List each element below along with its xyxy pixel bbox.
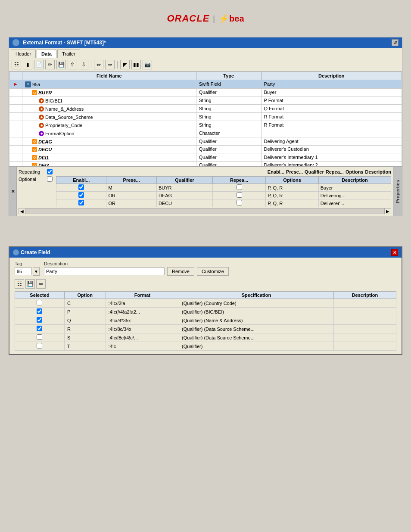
toolbar-edit-btn[interactable]: ✏ bbox=[45, 60, 55, 69]
swift-icon: S bbox=[25, 81, 31, 87]
props-repeat[interactable] bbox=[212, 199, 266, 207]
list-item[interactable]: P :4!c(//4!a2!a2... (Qualifier) (BIC/BEI… bbox=[15, 308, 396, 316]
opt-selected[interactable] bbox=[15, 299, 65, 308]
toolbar-arrow-left-btn[interactable]: ⇔ bbox=[94, 60, 103, 69]
tab-header[interactable]: Header bbox=[11, 50, 36, 58]
dialog-toolbar-grid-btn[interactable]: ☷ bbox=[15, 279, 24, 289]
main-toolbar: ☷ ▮ 📄 ✏ 💾 ⇧ ⇩ ⇔ ⇒ ◤ ▮▮ 📷 bbox=[9, 58, 402, 72]
row-description: Deliverer's Custodian bbox=[261, 145, 402, 153]
opt-selected[interactable] bbox=[15, 316, 65, 325]
opt-selected[interactable] bbox=[15, 308, 65, 316]
table-row[interactable]: ◆ FormatOption Character bbox=[9, 129, 402, 137]
col-enabl: Enabl... bbox=[268, 169, 284, 174]
props-repeat[interactable] bbox=[212, 192, 266, 199]
row-indicator bbox=[9, 137, 22, 146]
props-desc: Deliverer'... bbox=[318, 199, 391, 207]
row-description: Deliverer's Intermediary 2 bbox=[261, 161, 402, 166]
scroll-left-btn[interactable]: ◀ bbox=[19, 208, 25, 214]
row-field-name: ◆ Name_&_Address bbox=[22, 105, 196, 113]
toolbar-image-btn[interactable]: 📷 bbox=[143, 60, 152, 69]
optional-label: Optional bbox=[19, 177, 44, 182]
tag-dropdown-btn[interactable]: ▼ bbox=[33, 267, 40, 276]
toolbar-split-btn[interactable]: ◤ bbox=[120, 60, 130, 69]
tag-select: ▼ bbox=[15, 267, 40, 276]
table-row[interactable]: ◆ Proprietary_Code String R Format bbox=[9, 121, 402, 129]
row-indicator bbox=[9, 88, 22, 96]
props-qualifier: DEAG bbox=[156, 192, 212, 199]
opt-specification: (Qualifier) (Name & Address) bbox=[179, 316, 334, 325]
field-table-scroll[interactable]: Field Name Type Description ► S 95a Swif… bbox=[9, 72, 402, 166]
opt-selected[interactable] bbox=[15, 342, 65, 351]
remove-button[interactable]: Remove bbox=[167, 267, 194, 276]
main-window: External Format - SWIFT [MT543]* ↺ Heade… bbox=[9, 37, 402, 216]
props-enabled[interactable] bbox=[56, 192, 106, 199]
x-indicator: ✕ bbox=[9, 167, 17, 216]
row-field-name: ◆ Data_Source_Scheme bbox=[22, 113, 196, 121]
tab-data[interactable]: Data bbox=[37, 50, 56, 58]
table-row[interactable]: ◆ BIC/BEI String P Format bbox=[9, 96, 402, 105]
dialog-close-button[interactable]: ✕ bbox=[391, 249, 398, 256]
toolbar-up-btn[interactable]: ⇧ bbox=[68, 60, 77, 69]
props-col-qual: Qualifier bbox=[156, 177, 212, 184]
main-window-titlebar: External Format - SWIFT [MT543]* ↺ bbox=[9, 37, 402, 48]
toolbar-down-btn[interactable]: ⇩ bbox=[79, 60, 88, 69]
col-options: Options bbox=[346, 169, 364, 174]
props-presence: M bbox=[106, 184, 156, 192]
opt-specification: (Qualifier) (BIC/BEI) bbox=[179, 308, 334, 316]
list-item[interactable]: Q :4!c//4*35x (Qualifier) (Name & Addres… bbox=[15, 316, 396, 325]
properties-tab[interactable]: Properties bbox=[393, 167, 402, 216]
toolbar-table2-btn[interactable]: ▮▮ bbox=[131, 60, 141, 69]
row-indicator bbox=[9, 96, 22, 105]
tab-trailer[interactable]: Trailer bbox=[57, 50, 80, 58]
table-row[interactable]: Q BUYR Qualifier Buyer bbox=[9, 88, 402, 96]
dialog-toolbar-arrow-btn[interactable]: ⇔ bbox=[36, 279, 46, 289]
row-field-name: S 95a bbox=[22, 80, 196, 89]
toolbar-table-btn[interactable]: ▮ bbox=[23, 60, 32, 69]
description-input[interactable] bbox=[44, 268, 165, 275]
list-item[interactable]: T :4!c (Qualifier) bbox=[15, 342, 396, 351]
toolbar-grid-btn[interactable]: ☷ bbox=[12, 60, 21, 69]
table-row[interactable]: ◆ Data_Source_Scheme String R Format bbox=[9, 113, 402, 121]
dialog-toolbar-upload-btn[interactable]: 💾 bbox=[25, 279, 35, 289]
list-item[interactable]: S :4!c/[8c]/4!c/... (Qualifier) (Data So… bbox=[15, 333, 396, 342]
props-repeat[interactable] bbox=[212, 184, 266, 192]
list-item[interactable]: R :4!c/8c/34x (Qualifier) (Data Source S… bbox=[15, 325, 396, 333]
toolbar-arrow-right-btn[interactable]: ⇒ bbox=[105, 60, 115, 69]
main-window-title: External Format - SWIFT [MT543]* bbox=[23, 40, 106, 46]
row-field-name: Q DEAG bbox=[22, 137, 196, 146]
create-field-dialog: Create Field ✕ Tag ▼ Description Remove … bbox=[9, 246, 402, 355]
optional-checkbox[interactable] bbox=[47, 176, 53, 182]
repeating-checkbox[interactable] bbox=[47, 169, 53, 174]
row-field-name: Q DEI2 bbox=[22, 161, 196, 166]
scroll-right-btn[interactable]: ▶ bbox=[384, 208, 391, 214]
window-close-button[interactable]: ↺ bbox=[392, 39, 399, 46]
row-indicator bbox=[9, 161, 22, 166]
opt-selected[interactable] bbox=[15, 325, 65, 333]
table-row[interactable]: ► S 95a Swift Field Party bbox=[9, 80, 402, 89]
props-enabled[interactable] bbox=[56, 184, 106, 192]
table-row[interactable]: Q DEI1 Qualifier Deliverer's Intermediar… bbox=[9, 153, 402, 162]
toolbar-upload-btn[interactable]: 💾 bbox=[56, 60, 66, 69]
customize-button[interactable]: Customize bbox=[197, 267, 229, 276]
opt-selected[interactable] bbox=[15, 333, 65, 342]
props-enabled[interactable] bbox=[56, 199, 106, 207]
qualifier-icon: Q bbox=[32, 163, 37, 166]
table-row[interactable]: ◆ Name_&_Address String Q Format bbox=[9, 105, 402, 113]
description-label: Description bbox=[44, 261, 396, 266]
dialog-icon bbox=[13, 249, 19, 255]
table-row[interactable]: Q DECU Qualifier Deliverer's Custodian bbox=[9, 145, 402, 153]
options-table-scroll[interactable]: Selected Option Format Specification Des… bbox=[15, 291, 396, 351]
list-item[interactable]: C :4!c//2!a (Qualifier) (Country Code) bbox=[15, 299, 396, 308]
table-row[interactable]: Q DEAG Qualifier Delivering Agent bbox=[9, 137, 402, 146]
toolbar-page-btn[interactable]: 📄 bbox=[34, 60, 44, 69]
tag-input[interactable] bbox=[15, 268, 32, 275]
opt-option: S bbox=[64, 333, 106, 342]
props-presence: OR bbox=[106, 199, 156, 207]
props-col-opts: Options bbox=[266, 177, 318, 184]
properties-content: Repeating Enabl... Prese... Qualifier Re… bbox=[17, 167, 393, 216]
string-icon: ◆ bbox=[39, 106, 44, 112]
props-desc: Delivering... bbox=[318, 192, 391, 199]
repeating-group: Repeating bbox=[19, 169, 53, 174]
props-scrollbar[interactable]: ◀ ▶ bbox=[19, 208, 391, 214]
table-row[interactable]: Q DEI2 Qualifier Deliverer's Intermediar… bbox=[9, 161, 402, 166]
